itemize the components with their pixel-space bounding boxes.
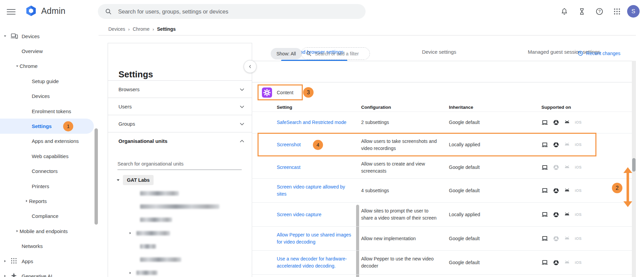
sidebar-item-generative-ai[interactable]: Generative AI [0, 269, 101, 277]
col-header-setting: Setting [277, 105, 292, 110]
sidebar-item-mobile-and-endpoints[interactable]: Mobile and endpoints [0, 224, 101, 238]
sidebar-item-overview[interactable]: Overview [0, 44, 101, 58]
sidebar-item-apps-and-extensions[interactable]: Apps and extensions [0, 134, 101, 149]
org-unit-search-input[interactable] [117, 161, 242, 170]
setting-link[interactable]: Screenshot4 [277, 133, 355, 156]
sidebar-item-settings[interactable]: Settings1 [0, 119, 94, 133]
sidebar-item-label: Enrolment tokens [32, 108, 71, 114]
apps-grid-icon[interactable] [613, 7, 621, 16]
tasks-hourglass-icon[interactable] [578, 7, 586, 16]
sidebar-item-apps[interactable]: Apps [0, 254, 101, 269]
sidebar-item-devices[interactable]: Devices [0, 29, 101, 44]
setting-link[interactable]: Screencast [277, 156, 355, 178]
org-root-label[interactable]: GAT Labs [123, 175, 154, 185]
setting-link[interactable]: Screen video capture [277, 203, 355, 226]
sidebar-item-web-capabilities[interactable]: Web capabilities [0, 149, 101, 163]
org-tree-item[interactable] [129, 231, 170, 235]
triangle-right-icon[interactable] [129, 231, 132, 235]
chevron-down-icon[interactable] [239, 103, 245, 110]
setting-link-label[interactable]: Allow Pepper to use shared images for vi… [277, 231, 355, 246]
triangle-right-icon[interactable] [129, 271, 132, 275]
org-tree-item[interactable] [129, 271, 158, 275]
table-row-allow-pepper-to-use-shared-images-for-vi: Allow Pepper to use shared images for vi… [252, 227, 636, 251]
android-platform-icon [564, 142, 570, 148]
global-search-input[interactable] [117, 8, 321, 15]
sidebar-item-setup-guide[interactable]: Setup guide [0, 74, 101, 89]
recent-changes-link[interactable]: Recent changes [577, 50, 620, 56]
setting-link-label[interactable]: SafeSearch and Restricted mode [277, 119, 346, 126]
setting-link[interactable]: Allow Pepper to use shared images for vi… [277, 227, 355, 250]
triangle-right-icon[interactable] [24, 199, 29, 203]
admin-brand[interactable]: Admin [25, 5, 65, 17]
triangle-down-icon[interactable] [3, 34, 7, 38]
supported-on-cell: iOS [541, 112, 582, 133]
global-search[interactable] [98, 4, 366, 19]
configuration-cell: Allow users to take screenshots and vide… [361, 133, 441, 156]
org-tree-item[interactable] [140, 244, 156, 249]
filter-search-placeholder: Search or add a filter [315, 51, 359, 56]
org-tree-item[interactable] [140, 204, 219, 209]
org-unit-search[interactable] [117, 161, 242, 170]
sidebar-item-compliance[interactable]: Compliance [0, 209, 101, 224]
panel-section-browsers[interactable]: Browsers [108, 81, 252, 98]
breadcrumb-chrome[interactable]: Chrome [133, 26, 150, 32]
panel-section-label: Browsers [118, 86, 140, 92]
sidebar-item-devices[interactable]: Devices [0, 89, 101, 104]
show-filter-chip[interactable]: Show: All [271, 48, 302, 59]
chevron-up-icon[interactable] [239, 138, 245, 145]
help-icon[interactable]: ? [595, 7, 603, 16]
configuration-cell: Allow new implementation [361, 227, 441, 250]
tab-device-settings[interactable]: Device settings [377, 43, 502, 61]
sidebar-item-connectors[interactable]: Connectors [0, 164, 101, 179]
setting-link[interactable]: SafeSearch and Restricted mode [277, 112, 355, 133]
triangle-right-icon[interactable] [3, 259, 7, 263]
org-tree-item[interactable] [140, 191, 179, 196]
filter-search-chip[interactable]: Search or add a filter [301, 47, 370, 60]
chevron-down-icon[interactable] [239, 86, 245, 93]
setting-link-label[interactable]: Screen video capture allowed by sites [277, 183, 355, 198]
sidebar-item-printers[interactable]: Printers [0, 179, 101, 194]
sidebar-item-enrolment-tokens[interactable]: Enrolment tokens [0, 104, 101, 119]
breadcrumb-devices[interactable]: Devices [108, 26, 125, 32]
android-platform-icon [564, 235, 570, 242]
collapse-panel-button[interactable] [244, 60, 257, 73]
col-header-inheritance: Inheritance [449, 105, 473, 110]
setting-link[interactable]: Screen video capture allowed by sites [277, 179, 355, 202]
settings-table: SafeSearch and Restricted mode2 subsetti… [252, 111, 636, 275]
sidebar-item-label: Connectors [32, 168, 58, 174]
col-header-supported-on: Supported on [541, 105, 571, 110]
setting-link[interactable]: Use a new decoder for hardware-accelerat… [277, 251, 355, 274]
chevron-down-icon[interactable] [239, 121, 245, 127]
inheritance-cell: Locally applied [449, 203, 516, 226]
avatar[interactable]: S [627, 5, 640, 18]
org-tree-item[interactable] [140, 257, 181, 262]
triangle-down-icon[interactable] [15, 65, 20, 68]
panel-section-users[interactable]: Users [108, 98, 252, 115]
setting-link-label[interactable]: Screencast [277, 164, 300, 171]
panel-section-label: Groups [118, 121, 135, 127]
setting-link-label[interactable]: Use a new decoder for hardware-accelerat… [277, 255, 355, 270]
apps-icon [10, 257, 18, 265]
sidebar-scrollbar[interactable] [95, 128, 98, 225]
triangle-right-icon[interactable] [3, 274, 7, 277]
content-section-header[interactable]: Content [258, 84, 303, 100]
panel-section-organisational-units[interactable]: Organisational units [108, 132, 252, 150]
setting-link-label[interactable]: Screen video capture [277, 211, 321, 218]
chrome-platform-icon [553, 235, 559, 242]
notifications-bell-icon[interactable] [560, 7, 568, 16]
ios-platform-icon: iOS [575, 211, 582, 218]
sidebar-nav: DevicesOverviewChromeSetup guideDevicesE… [0, 29, 101, 277]
org-tree-root[interactable]: GAT Labs [116, 175, 154, 185]
sidebar-item-networks[interactable]: Networks [0, 238, 101, 253]
sidebar-item-reports[interactable]: Reports [0, 194, 101, 208]
annotation-badge-3: 3 [303, 87, 314, 98]
sidebar-item-label: Printers [32, 183, 49, 189]
triangle-right-icon[interactable] [15, 229, 20, 233]
panel-section-groups[interactable]: Groups [108, 115, 252, 132]
org-tree-item[interactable] [140, 218, 172, 222]
menu-icon[interactable] [7, 7, 16, 16]
setting-link-label[interactable]: Screenshot [277, 141, 301, 148]
triangle-down-icon[interactable] [116, 178, 120, 182]
sidebar-item-chrome[interactable]: Chrome [0, 59, 101, 74]
recent-changes-label: Recent changes [586, 51, 620, 56]
